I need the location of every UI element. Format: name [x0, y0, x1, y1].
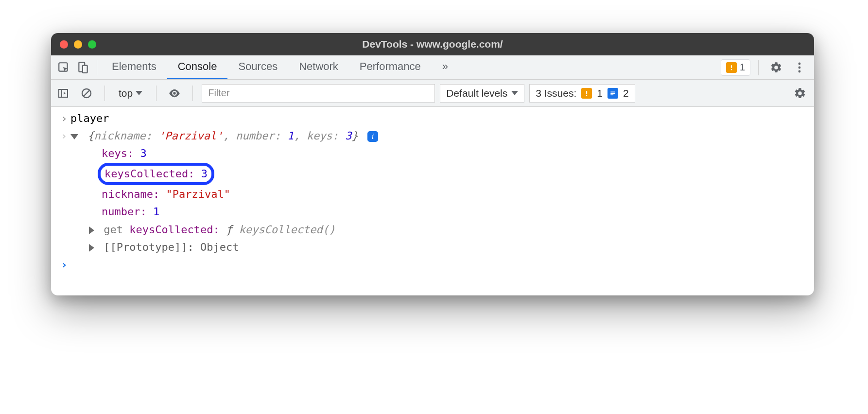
object-property-row[interactable]: nickname: "Parzival": [51, 186, 814, 203]
separator: [192, 86, 193, 101]
devtools-tabbar: Elements Console Sources Network Perform…: [51, 55, 814, 80]
info-badge-icon[interactable]: i: [367, 131, 378, 142]
tab-network[interactable]: Network: [288, 55, 349, 79]
svg-rect-2: [83, 65, 87, 72]
console-input-text: player: [70, 110, 807, 127]
separator: [758, 60, 759, 75]
warn-count: 1: [740, 62, 745, 73]
prop-value: 1: [153, 206, 159, 218]
tab-console[interactable]: Console: [167, 55, 228, 79]
tab-elements[interactable]: Elements: [101, 55, 167, 79]
svg-point-7: [799, 70, 801, 72]
devtools-window: DevTools - www.google.com/ Elements Cons…: [51, 33, 814, 295]
object-property-row-highlighted[interactable]: keysCollected: 3: [51, 162, 814, 186]
console-output-row[interactable]: ‹ {nickname: 'Parzival', number: 1, keys…: [51, 127, 814, 145]
issues-summary[interactable]: 3 Issues: 1 2: [529, 84, 635, 103]
svg-marker-10: [64, 92, 66, 95]
svg-point-6: [799, 66, 801, 69]
object-property-row[interactable]: number: 1: [51, 203, 814, 221]
warning-icon: [581, 88, 592, 99]
console-settings-icon[interactable]: [791, 84, 809, 103]
console-output: › player ‹ {nickname: 'Parzival', number…: [51, 107, 814, 278]
svg-rect-0: [59, 63, 67, 71]
separator: [156, 86, 156, 101]
svg-rect-16: [610, 93, 615, 94]
svg-rect-15: [610, 91, 615, 92]
clear-console-icon[interactable]: [77, 84, 96, 103]
object-property-row[interactable]: keys: 3: [51, 145, 814, 162]
tabs-overflow-button[interactable]: »: [432, 55, 459, 79]
issues-warn-pill[interactable]: 1: [721, 59, 750, 76]
issues-warn-count: 1: [597, 87, 603, 99]
filter-input[interactable]: [202, 84, 435, 103]
warning-icon: [726, 62, 737, 73]
disclosure-triangle-icon[interactable]: [89, 226, 94, 234]
tab-sources[interactable]: Sources: [227, 55, 288, 79]
prop-key: nickname: [102, 188, 153, 200]
svg-rect-4: [731, 69, 732, 69]
titlebar: DevTools - www.google.com/: [51, 33, 814, 55]
svg-rect-3: [731, 65, 732, 68]
prompt-chevron-icon: ›: [61, 257, 67, 273]
disclosure-triangle-icon[interactable]: [70, 134, 78, 139]
output-chevron-icon: ‹: [61, 128, 67, 144]
live-expression-icon[interactable]: [165, 84, 184, 103]
separator: [104, 86, 105, 101]
svg-rect-8: [59, 89, 68, 97]
console-prompt-row[interactable]: ›: [51, 256, 814, 274]
chevron-down-icon: [136, 91, 142, 95]
chevron-down-icon: [511, 91, 518, 95]
log-levels-selector[interactable]: Default levels: [440, 84, 524, 103]
console-input-row: › player: [51, 110, 814, 127]
svg-rect-17: [610, 94, 613, 95]
info-icon: [608, 88, 618, 99]
prop-value: 3: [201, 168, 208, 180]
prop-key: keys: [102, 147, 127, 159]
close-window-button[interactable]: [60, 40, 68, 49]
device-toolbar-icon[interactable]: [73, 58, 93, 77]
prop-key: number: [102, 206, 140, 218]
traffic-lights: [51, 40, 96, 49]
prop-key: keysCollected: [104, 168, 188, 180]
separator: [97, 60, 97, 75]
prop-value: 3: [140, 147, 146, 159]
object-getter-row[interactable]: get keysCollected: ƒ keysCollected(): [51, 221, 814, 239]
object-prototype-row[interactable]: [[Prototype]]: Object: [51, 239, 814, 256]
context-label: top: [119, 87, 133, 99]
input-chevron-icon: ›: [61, 110, 67, 127]
brace-open: {: [87, 130, 94, 142]
console-filterbar: top Default levels 3 Issues: 1 2: [51, 80, 814, 107]
window-title: DevTools - www.google.com/: [51, 38, 814, 50]
context-selector[interactable]: top: [114, 86, 147, 101]
svg-line-12: [84, 90, 89, 96]
issues-info-count: 2: [623, 87, 629, 99]
highlight-annotation: keysCollected: 3: [98, 163, 214, 185]
toggle-sidebar-icon[interactable]: [54, 84, 72, 103]
tab-performance[interactable]: Performance: [349, 55, 432, 79]
brace-close: }: [351, 130, 358, 142]
svg-point-5: [799, 62, 801, 65]
more-menu-icon[interactable]: [790, 58, 809, 77]
inspect-element-icon[interactable]: [54, 58, 73, 77]
settings-icon[interactable]: [766, 58, 786, 77]
minimize-window-button[interactable]: [74, 40, 82, 49]
svg-rect-14: [586, 94, 587, 95]
svg-rect-13: [586, 91, 587, 94]
disclosure-triangle-icon[interactable]: [89, 244, 94, 252]
issues-label: 3 Issues:: [536, 87, 576, 99]
prop-value: "Parzival": [166, 188, 230, 200]
maximize-window-button[interactable]: [88, 40, 96, 49]
levels-label: Default levels: [446, 87, 507, 99]
